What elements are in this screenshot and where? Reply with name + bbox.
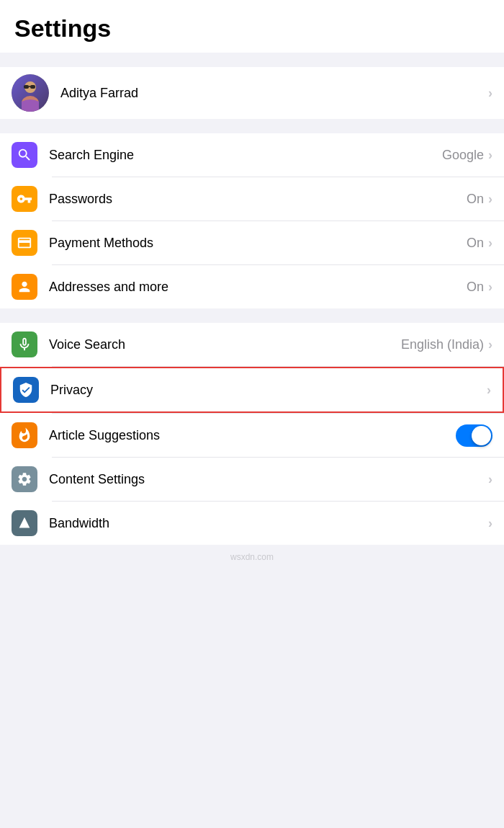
content-settings-icon-wrapper <box>12 466 37 492</box>
gear-icon <box>17 471 32 487</box>
payment-icon-wrapper <box>12 230 37 256</box>
content-settings-item[interactable]: Content Settings › <box>0 458 504 501</box>
passwords-value: On <box>467 192 484 207</box>
addresses-chevron: › <box>488 280 492 295</box>
mic-icon <box>17 337 32 352</box>
toggle-knob <box>472 426 491 445</box>
payment-methods-item[interactable]: Payment Methods On › <box>0 221 504 264</box>
voice-search-chevron: › <box>488 337 492 352</box>
section-1: Search Engine Google › Passwords On › Pa… <box>0 133 504 308</box>
privacy-chevron: › <box>487 383 491 398</box>
watermark: wsxdn.com <box>0 545 504 569</box>
svg-rect-3 <box>30 85 35 89</box>
bandwidth-icon-wrapper <box>12 510 37 536</box>
flame-icon <box>17 427 32 443</box>
search-engine-chevron: › <box>488 148 492 163</box>
article-suggestions-label: Article Suggestions <box>49 428 456 443</box>
article-suggestions-toggle[interactable] <box>456 424 492 447</box>
person-icon <box>17 279 32 295</box>
search-engine-value: Google <box>442 148 484 163</box>
addresses-value: On <box>467 280 484 295</box>
content-settings-label: Content Settings <box>49 472 488 487</box>
privacy-section-highlight: Privacy › <box>0 367 504 413</box>
privacy-item[interactable]: Privacy › <box>1 368 503 411</box>
article-suggestions-toggle-container <box>456 424 492 447</box>
addresses-item[interactable]: Addresses and more On › <box>0 265 504 308</box>
voice-search-value: English (India) <box>401 337 484 352</box>
addresses-label: Addresses and more <box>49 280 467 295</box>
privacy-label: Privacy <box>50 383 487 398</box>
search-engine-label: Search Engine <box>49 148 442 163</box>
search-engine-item[interactable]: Search Engine Google › <box>0 133 504 177</box>
passwords-label: Passwords <box>49 192 467 207</box>
profile-chevron: › <box>488 86 492 101</box>
payment-methods-value: On <box>467 236 484 251</box>
profile-name: Aditya Farrad <box>60 86 488 101</box>
payment-methods-label: Payment Methods <box>49 236 467 251</box>
voice-search-label: Voice Search <box>49 337 401 352</box>
payment-methods-chevron: › <box>488 236 492 251</box>
bandwidth-item[interactable]: Bandwidth › <box>0 502 504 545</box>
shield-icon <box>18 382 34 398</box>
bandwidth-chevron: › <box>488 516 492 531</box>
profile-item[interactable]: Aditya Farrad › <box>0 67 504 119</box>
passwords-item[interactable]: Passwords On › <box>0 177 504 221</box>
bandwidth-label: Bandwidth <box>49 516 488 531</box>
content-settings-chevron: › <box>488 472 492 487</box>
card-icon <box>17 235 32 251</box>
article-suggestions-icon-wrapper <box>12 422 37 448</box>
search-engine-icon-wrapper <box>12 142 37 168</box>
article-suggestions-item[interactable]: Article Suggestions <box>0 414 504 457</box>
page-title: Settings <box>0 0 504 53</box>
section-2: Voice Search English (India) › Privacy ›… <box>0 323 504 545</box>
avatar <box>12 74 49 112</box>
passwords-chevron: › <box>488 192 492 207</box>
key-icon <box>17 191 32 207</box>
signal-icon <box>17 515 32 531</box>
addresses-icon-wrapper <box>12 274 37 300</box>
profile-section: Aditya Farrad › <box>0 67 504 119</box>
passwords-icon-wrapper <box>12 186 37 212</box>
privacy-icon-wrapper <box>13 377 39 403</box>
search-icon <box>17 147 32 163</box>
voice-search-icon-wrapper <box>12 331 37 357</box>
voice-search-item[interactable]: Voice Search English (India) › <box>0 323 504 366</box>
svg-rect-2 <box>24 85 29 89</box>
